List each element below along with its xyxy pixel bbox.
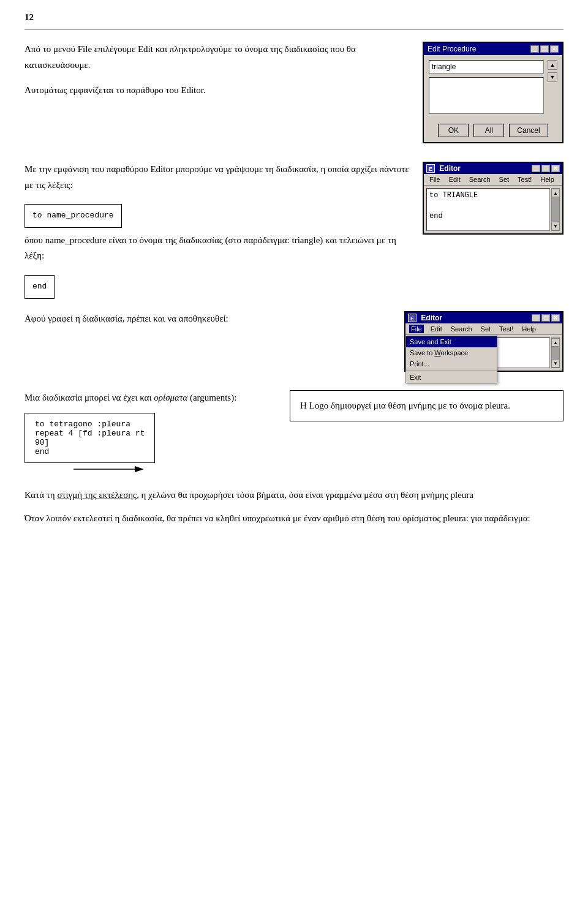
editor1-max-btn[interactable]: □ (541, 165, 550, 172)
section-5: Κατά τη στιγμή της εκτέλεσης, η χελώνα θ… (24, 488, 564, 526)
arguments-text-after: (arguments): (187, 393, 236, 402)
print-item[interactable]: Print... (406, 358, 497, 369)
section-1-text: Από το μενού File επιλέγουμε Edit και πλ… (24, 42, 423, 108)
arguments-text-before: Μια διαδικασία μπορεί να έχει και (24, 393, 154, 402)
editor2-title: Editor (421, 314, 442, 322)
section-2-text: Με την εμφάνιση του παραθύρου Editor μπο… (24, 162, 423, 299)
editor1-scroll-track[interactable] (552, 197, 559, 222)
editor2-icon: E (408, 314, 417, 322)
code-line-2: repeat 4 [fd :pleura rt (35, 429, 145, 438)
dialog-minimize-btn[interactable]: _ (530, 45, 539, 53)
editor2-menu-test[interactable]: Test! (497, 325, 515, 333)
editor1-icon: E (426, 164, 435, 173)
page-number: 12 (24, 12, 564, 23)
editor1-menu-set[interactable]: Set (497, 175, 511, 184)
code-line-4: end (35, 447, 145, 456)
edit-procedure-dialog: Edit Procedure _ □ ✕ ▲ ▼ OK Al (423, 42, 564, 143)
editor1-scrollbar[interactable]: ▲ ▼ (551, 188, 560, 231)
scroll-down-btn[interactable]: ▼ (548, 72, 557, 82)
execution-underline: στιγμή της εκτέλεσης (57, 490, 137, 500)
editor2-min-btn[interactable]: _ (532, 314, 540, 322)
logo-memory-text: Η Logo δημιουργεί μια θέση μνήμης με το … (300, 398, 553, 414)
dialog-titlebar: Edit Procedure _ □ ✕ (424, 43, 562, 55)
section-4-left: Μια διαδικασία μπορεί να έχει και ορίσμα… (24, 390, 277, 470)
save-exit-label: Save and Exit (410, 338, 451, 345)
section-1-para2: Αυτομάτως εμφανίζεται το παράθυρο του Ed… (24, 83, 410, 99)
save-to-workspace-item[interactable]: Save to Workspace (406, 347, 497, 358)
svg-marker-1 (135, 466, 144, 472)
when-executed-para: Όταν λοιπόν εκτελεστεί η διαδικασία, θα … (24, 511, 564, 527)
editor2-menubar: File Edit Search Set Test! Help Save and… (405, 323, 562, 335)
editor1-menu-edit[interactable]: Edit (447, 175, 462, 184)
editor2-menu-file[interactable]: File (409, 325, 424, 333)
all-button[interactable]: All (473, 124, 504, 137)
section-1-para1: Από το μενού File επιλέγουμε Edit και πλ… (24, 42, 410, 73)
procedure-name-input[interactable] (429, 60, 544, 74)
arrow-diagram (74, 457, 147, 481)
code-end: end (24, 275, 55, 299)
editor2-scroll-track[interactable] (552, 347, 559, 359)
procedure-listbox[interactable] (429, 77, 544, 114)
editor2-scroll-down[interactable]: ▼ (551, 359, 560, 368)
execution-para: Κατά τη στιγμή της εκτέλεσης, η χελώνα θ… (24, 488, 564, 503)
editor1-title: Editor (439, 164, 461, 173)
execution-text-before: Κατά τη (24, 490, 57, 500)
editor1-min-btn[interactable]: _ (532, 165, 540, 172)
code-line-3: 90] (35, 438, 145, 447)
editor1-menu-help[interactable]: Help (538, 175, 556, 184)
section-4-right: Η Logo δημιουργεί μια θέση μνήμης με το … (290, 390, 564, 422)
editor2-close-btn[interactable]: ✕ (551, 314, 560, 322)
editor1-close-btn[interactable]: ✕ (551, 165, 560, 172)
top-divider (24, 29, 564, 29)
arguments-italic: ορίσματα (154, 393, 187, 402)
file-dropdown-menu: Save and Exit Save to Workspace Print...… (405, 336, 497, 383)
section-3-text: Αφού γραφεί η διαδικασία, πρέπει και να … (24, 311, 404, 327)
code-line-1: to tetragono :pleura (35, 420, 145, 429)
editor2-max-btn[interactable]: □ (541, 314, 550, 322)
editor-window-2: E Editor _ □ ✕ File Edit Search Set Test… (404, 311, 564, 372)
exit-label: Exit (410, 374, 421, 381)
editor1-content: to TRIANGLE end (426, 188, 550, 231)
section-4: Μια διαδικασία μπορεί να έχει και ορίσμα… (24, 390, 564, 470)
section-1: Από το μενού File επιλέγουμε Edit και πλ… (24, 42, 564, 143)
section-2: Με την εμφάνιση του παραθύρου Editor μπο… (24, 162, 564, 299)
dialog-title: Edit Procedure (428, 45, 476, 53)
code-to-name-procedure: to name_procedure (24, 204, 122, 228)
editor1-menubar: File Edit Search Set Test! Help (424, 174, 562, 186)
editor1-line1: to TRIANGLE (429, 191, 547, 200)
editor1-line3: end (429, 212, 547, 221)
editor1-menu-search[interactable]: Search (467, 175, 492, 184)
editor1-scroll-up[interactable]: ▲ (551, 189, 560, 197)
editor2-scrollbar[interactable]: ▲ ▼ (551, 337, 560, 368)
print-label: Print... (410, 360, 429, 368)
editor1-menu-file[interactable]: File (428, 175, 442, 184)
editor-window-1: E Editor _ □ ✕ File Edit Search Set Test… (423, 162, 564, 235)
editor2-menu-set[interactable]: Set (479, 325, 493, 333)
editor1-scroll-down[interactable]: ▼ (551, 222, 560, 230)
dialog-close-btn[interactable]: ✕ (550, 45, 559, 53)
section-3: Αφού γραφεί η διαδικασία, πρέπει και να … (24, 311, 564, 372)
editor1-menu-test[interactable]: Test! (516, 175, 533, 184)
editor2-menu-help[interactable]: Help (520, 325, 538, 333)
cancel-button[interactable]: Cancel (509, 124, 548, 137)
section-2-para2: όπου name_procedure είναι το όνομα της δ… (24, 233, 410, 264)
editor2-titlebar: E Editor _ □ ✕ (405, 312, 562, 323)
save-workspace-label: Save to Workspace (410, 349, 468, 356)
procedure-code-box: to tetragono :pleura repeat 4 [fd :pleur… (24, 413, 155, 463)
editor1-titlebar: E Editor _ □ ✕ (424, 163, 562, 174)
scroll-up-btn[interactable]: ▲ (548, 60, 557, 70)
editor2-scroll-up[interactable]: ▲ (551, 338, 560, 347)
save-and-exit-item[interactable]: Save and Exit (406, 336, 497, 347)
editor1-line2 (429, 200, 547, 212)
section-3-para: Αφού γραφεί η διαδικασία, πρέπει και να … (24, 311, 392, 327)
execution-text-after: , η χελώνα θα προχωρήσει τόσα βήματα, όσ… (137, 490, 473, 500)
editor2-menu-edit[interactable]: Edit (429, 325, 444, 333)
dialog-maximize-btn[interactable]: □ (540, 45, 549, 53)
ok-button[interactable]: OK (438, 124, 469, 137)
exit-item[interactable]: Exit (406, 371, 497, 383)
section-2-para1: Με την εμφάνιση του παραθύρου Editor μπο… (24, 162, 410, 193)
editor2-menu-search[interactable]: Search (449, 325, 474, 333)
